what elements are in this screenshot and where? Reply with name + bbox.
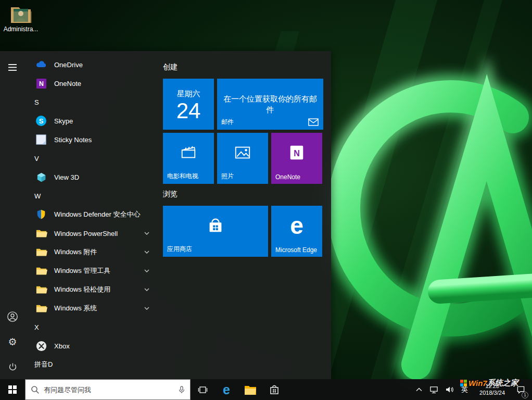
section-header-s[interactable]: S	[25, 93, 159, 111]
defender-icon	[34, 208, 48, 221]
app-item-label: Windows 管理工具	[54, 266, 110, 276]
app-item-label: Xbox	[54, 342, 70, 350]
app-item-label: Windows 轻松使用	[54, 285, 110, 294]
tile-label-edge: Microsoft Edge	[275, 246, 317, 254]
tile-label-photos: 照片	[221, 172, 234, 181]
taskbar-edge-button[interactable]: e	[214, 379, 238, 400]
clapperboard-icon	[163, 133, 214, 172]
search-icon	[31, 385, 40, 394]
folder-icon	[34, 245, 48, 259]
store-icon	[269, 384, 280, 395]
folder-icon	[34, 302, 48, 315]
task-view-icon	[198, 385, 208, 394]
network-icon	[429, 385, 438, 394]
chevron-up-icon	[416, 388, 422, 392]
tile-onenote[interactable]: N OneNote	[271, 133, 322, 184]
tile-mail[interactable]: 在一个位置获取你的所有邮件 邮件	[217, 79, 323, 130]
svg-text:N: N	[294, 148, 300, 158]
app-item-view-3d[interactable]: View 3D	[25, 168, 159, 186]
envelope-icon	[308, 118, 319, 126]
tray-clock-button[interactable]: 11:23 2018/3/24	[472, 379, 513, 400]
power-icon	[8, 362, 18, 372]
input-language-label: 英	[461, 385, 468, 394]
microphone-icon[interactable]	[178, 385, 186, 394]
taskbar-search[interactable]	[25, 379, 191, 400]
app-item-skype[interactable]: S Skype	[25, 111, 159, 130]
action-center-icon	[516, 385, 525, 394]
tile-group-title-browse: 浏览	[163, 190, 178, 200]
desktop: Administra... ⚙	[0, 0, 532, 400]
settings-button[interactable]: ⚙	[0, 329, 25, 354]
section-letter: V	[34, 155, 39, 162]
file-explorer-icon	[244, 384, 257, 395]
task-view-button[interactable]	[191, 379, 214, 400]
folder-item-windows-system[interactable]: Windows 系统	[25, 299, 159, 318]
app-item-onenote[interactable]: N OneNote	[25, 74, 159, 93]
tile-photos[interactable]: 照片	[217, 133, 268, 184]
chevron-down-icon	[144, 307, 149, 310]
taskbar-store-button[interactable]	[262, 379, 286, 400]
chevron-down-icon	[144, 269, 149, 272]
section-letter: 拼音D	[34, 360, 53, 369]
app-item-label: Windows PowerShell	[54, 230, 118, 238]
app-item-label: OneDrive	[54, 61, 83, 69]
mail-message: 在一个位置获取你的所有邮件	[223, 93, 317, 115]
speaker-icon	[446, 386, 454, 393]
app-item-label: OneNote	[54, 80, 81, 88]
start-button[interactable]	[0, 379, 25, 400]
tile-calendar[interactable]: 星期六 24	[163, 79, 214, 130]
folder-item-windows-ease-of-access[interactable]: Windows 轻松使用	[25, 280, 159, 299]
tray-volume-button[interactable]	[442, 379, 458, 400]
chevron-down-icon	[144, 251, 149, 254]
folder-item-windows-accessories[interactable]: Windows 附件	[25, 243, 159, 261]
section-header-x[interactable]: X	[25, 318, 159, 336]
chevron-down-icon	[144, 288, 149, 291]
tray-network-button[interactable]	[426, 379, 442, 400]
taskbar-file-explorer-button[interactable]	[238, 379, 262, 400]
app-item-label: Skype	[54, 117, 73, 125]
photos-icon	[217, 133, 268, 172]
tray-overflow-button[interactable]	[412, 379, 426, 400]
tile-label-store: 应用商店	[167, 245, 192, 254]
section-header-pinyin-d[interactable]: 拼音D	[25, 355, 159, 374]
app-item-label: Sticky Notes	[54, 136, 92, 144]
edge-icon: e	[223, 383, 230, 396]
chevron-down-icon	[144, 232, 149, 235]
desktop-icon-label: Administra...	[2, 26, 40, 33]
app-item-onedrive[interactable]: OneDrive	[25, 55, 159, 74]
tile-group-title-create: 创建	[163, 63, 178, 73]
tile-panel: 创建 星期六 24 在一个位置获取你的所有邮件 邮件 电影和电视	[163, 51, 331, 379]
section-header-v[interactable]: V	[25, 149, 159, 168]
tile-edge[interactable]: e Microsoft Edge	[271, 206, 322, 257]
app-item-xbox[interactable]: Xbox	[25, 336, 159, 355]
tile-store[interactable]: 应用商店	[163, 206, 268, 257]
user-icon	[7, 311, 18, 322]
folder-item-windows-powershell[interactable]: Windows PowerShell	[25, 224, 159, 243]
folder-icon	[34, 227, 48, 240]
user-account-button[interactable]	[0, 304, 25, 329]
app-item-label: View 3D	[54, 173, 79, 181]
hamburger-menu-button[interactable]	[0, 55, 25, 80]
user-folder-icon	[10, 4, 32, 24]
tile-movies-tv[interactable]: 电影和电视	[163, 133, 214, 184]
xbox-icon	[34, 339, 48, 353]
sticky-notes-icon	[34, 133, 48, 146]
desktop-icon-administrator[interactable]: Administra...	[2, 4, 40, 33]
calendar-date: 24	[163, 99, 214, 123]
section-header-w[interactable]: W	[25, 186, 159, 205]
skype-icon: S	[34, 114, 48, 128]
app-item-sticky-notes[interactable]: Sticky Notes	[25, 130, 159, 149]
action-center-button[interactable]	[513, 379, 529, 400]
store-bag-icon	[163, 206, 268, 245]
power-button[interactable]	[0, 354, 25, 379]
tray-language-button[interactable]: 英	[458, 379, 472, 400]
app-item-windows-defender[interactable]: Windows Defender 安全中心	[25, 205, 159, 224]
edge-icon: e	[271, 206, 322, 245]
app-item-label: Windows 附件	[54, 247, 97, 257]
windows-logo-icon	[8, 385, 17, 394]
system-tray: 英 11:23 2018/3/24	[412, 379, 532, 400]
tile-label-movies: 电影和电视	[167, 172, 198, 181]
search-input[interactable]	[44, 386, 178, 394]
folder-item-windows-admin-tools[interactable]: Windows 管理工具	[25, 261, 159, 280]
app-item-label: Windows Defender 安全中心	[54, 210, 140, 219]
